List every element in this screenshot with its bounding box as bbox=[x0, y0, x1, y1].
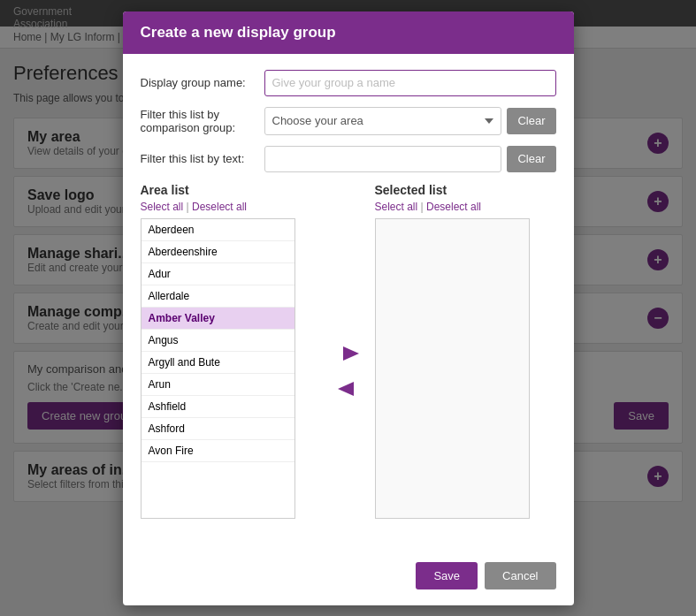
move-right-button[interactable] bbox=[334, 343, 363, 369]
modal-save-button[interactable]: Save bbox=[416, 562, 478, 589]
list-item[interactable]: Angus bbox=[141, 330, 294, 352]
svg-marker-0 bbox=[343, 346, 359, 361]
modal-overlay: Create a new display group Display group… bbox=[0, 0, 696, 616]
display-group-name-label: Display group name: bbox=[141, 76, 264, 89]
list-item[interactable]: Ashfield bbox=[141, 396, 294, 418]
area-list-title: Area list bbox=[141, 183, 322, 197]
arrows-column bbox=[322, 224, 375, 524]
modal-cancel-button[interactable]: Cancel bbox=[485, 562, 555, 589]
modal-title: Create a new display group bbox=[141, 24, 336, 41]
selected-list-section: Selected list Select all | Deselect all bbox=[375, 183, 556, 519]
list-item[interactable]: Arun bbox=[141, 374, 294, 396]
selected-deselect-all[interactable]: Deselect all bbox=[426, 201, 481, 213]
lists-container: Area list Select all | Deselect all Aber… bbox=[141, 183, 556, 524]
move-left-button[interactable] bbox=[334, 378, 363, 405]
modal-footer: Save Cancel bbox=[123, 553, 574, 605]
area-deselect-all[interactable]: Deselect all bbox=[192, 201, 247, 213]
list-item[interactable]: Allerdale bbox=[141, 285, 294, 308]
selected-list-actions: Select all | Deselect all bbox=[375, 201, 556, 213]
filter-comparison-select[interactable]: Choose your area bbox=[264, 107, 502, 135]
list-item[interactable]: Ashford bbox=[141, 418, 294, 440]
selected-listbox[interactable] bbox=[375, 218, 530, 519]
selected-select-all[interactable]: Select all bbox=[375, 201, 418, 213]
area-select-all[interactable]: Select all bbox=[141, 201, 184, 213]
create-display-group-modal: Create a new display group Display group… bbox=[123, 11, 574, 605]
modal-header: Create a new display group bbox=[123, 11, 574, 54]
filter-text-row: Filter this list by text: Clear bbox=[141, 146, 556, 172]
list-item-amber-valley[interactable]: Amber Valley bbox=[141, 308, 294, 330]
svg-marker-1 bbox=[338, 382, 354, 396]
filter-comparison-label: Filter this list by comparison group: bbox=[141, 108, 264, 134]
area-list-actions: Select all | Deselect all bbox=[141, 201, 322, 213]
list-item[interactable]: Adur bbox=[141, 263, 294, 285]
area-list-section: Area list Select all | Deselect all Aber… bbox=[141, 183, 322, 519]
display-group-name-row: Display group name: bbox=[141, 70, 556, 96]
list-item[interactable]: Argyll and Bute bbox=[141, 352, 294, 374]
clear-comparison-button[interactable]: Clear bbox=[507, 108, 555, 134]
filter-text-input[interactable] bbox=[264, 146, 502, 172]
list-item[interactable]: Aberdeenshire bbox=[141, 241, 294, 263]
list-item[interactable]: Avon Fire bbox=[141, 440, 294, 462]
filter-comparison-row: Filter this list by comparison group: Ch… bbox=[141, 107, 556, 135]
filter-text-label: Filter this list by text: bbox=[141, 152, 264, 165]
list-item[interactable]: Aberdeen bbox=[141, 219, 294, 241]
area-listbox[interactable]: Aberdeen Aberdeenshire Adur Allerdale Am… bbox=[141, 218, 295, 519]
clear-text-button[interactable]: Clear bbox=[507, 146, 555, 172]
display-group-name-input[interactable] bbox=[264, 70, 556, 96]
selected-list-title: Selected list bbox=[375, 183, 556, 197]
